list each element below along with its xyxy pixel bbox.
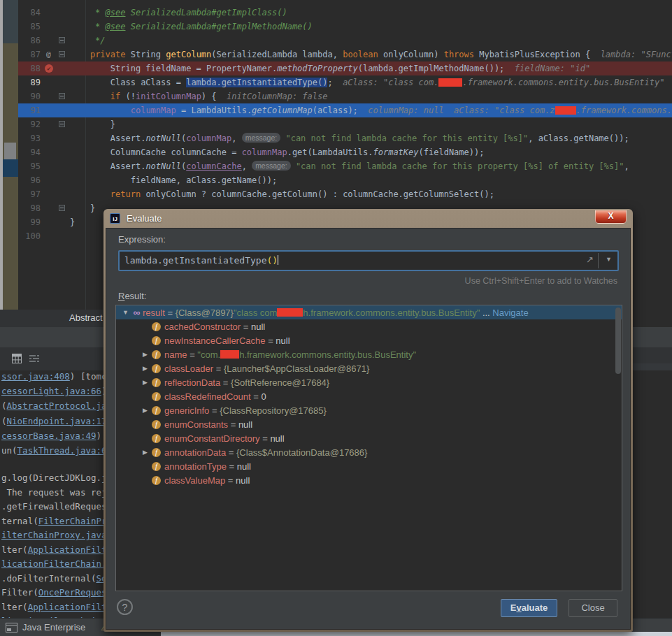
expression-input[interactable]: lambda.getInstantiatedType() ↗ ▼: [118, 250, 619, 271]
token: @see: [106, 8, 126, 17]
code-line-85[interactable]: 85 * @see SerializedLambda#getImplMethod…: [18, 20, 672, 34]
tree-expand-icon[interactable]: ▶: [140, 407, 150, 414]
tree-expand-icon[interactable]: ▶: [140, 351, 150, 358]
code-line-96[interactable]: 96 fieldName, aClass.getName());: [18, 173, 672, 187]
stacktrace-link[interactable]: OncePerRequest: [38, 587, 112, 598]
fold-icon[interactable]: [59, 93, 65, 99]
stacktrace-link[interactable]: licationFilterChain.j: [1, 558, 112, 569]
result-tree-row[interactable]: ▶fannotationData = {Class$AnnotationData…: [116, 445, 622, 459]
token: MybatisPlusException {: [474, 50, 595, 59]
token: private: [90, 50, 126, 59]
editor-scrollbar-track[interactable]: [3, 0, 18, 327]
code-line-84[interactable]: 84 * @see SerializedLambda#getImplClass(…: [18, 6, 672, 20]
result-tree-row[interactable]: ▶fclassLoader = {Launcher$AppClassLoader…: [116, 361, 622, 375]
console-text: (: [1, 416, 7, 426]
token: onlyColumn ? columnCache.getColumn() : c…: [141, 189, 494, 199]
token: @see: [106, 22, 126, 31]
code-line-90[interactable]: 90 if (!initColumnMap) { initColumnMap: …: [18, 89, 672, 103]
result-tree-row[interactable]: ▶fname = "com.h.framework.commons.entity…: [116, 347, 622, 361]
result-tree-row[interactable]: fenumConstantDirectory = null: [116, 431, 622, 445]
result-tree-row[interactable]: fcachedConstructor = null: [116, 319, 622, 333]
java-enterprise-widget[interactable]: Java Enterprise: [22, 622, 85, 633]
stacktrace-link[interactable]: NioEndpoint.java:174: [7, 416, 113, 426]
field-icon: f: [152, 322, 161, 331]
fold-icon[interactable]: [59, 37, 65, 43]
stacktrace-link[interactable]: AbstractProtocol.jav: [7, 400, 113, 411]
result-tree-row[interactable]: fclassValueMap = null: [116, 473, 622, 487]
stacktrace-link[interactable]: ilterChainProxy.java:: [1, 530, 112, 540]
evaluate-dialog: IJ Evaluate X Expression: lambda.getInst…: [103, 209, 633, 632]
console-line: lter(ApplicationFilte: [1, 543, 112, 558]
result-tree-row[interactable]: fnewInstanceCallerCache = null: [116, 333, 622, 347]
console-line: ilterChainProxy.java:: [1, 528, 112, 543]
code-line-88[interactable]: 88✔ String fieldName = PropertyNamer.met…: [18, 62, 672, 75]
field-icon: f: [152, 434, 161, 443]
history-dropdown-icon[interactable]: ▼: [606, 256, 612, 263]
token: ,: [242, 161, 252, 171]
console-line: lter(ApplicationFilte: [1, 600, 112, 615]
tree-expand-icon[interactable]: ▶: [140, 379, 150, 386]
tree-expand-icon[interactable]: ▶: [140, 449, 150, 456]
stacktrace-link[interactable]: cessorBase.java:49: [1, 431, 96, 441]
code-line-97[interactable]: 97 return onlyColumn ? columnCache.getCo…: [18, 187, 672, 201]
token: "class com: [234, 308, 277, 318]
token: ColumnCache columnCache =: [70, 147, 242, 157]
token: [70, 106, 131, 115]
result-tree-row[interactable]: fannotationType = null: [116, 459, 622, 473]
code-line-92[interactable]: 92 }: [18, 117, 672, 131]
token: getColumn: [166, 50, 211, 59]
token: columnMap: [242, 147, 287, 157]
tree-expand-icon[interactable]: ▶: [140, 365, 150, 372]
tree-expand-icon[interactable]: ▼: [120, 309, 131, 316]
tree-scrollbar-thumb[interactable]: [615, 308, 621, 374]
console-text: lter(: [1, 544, 28, 555]
result-tree-row[interactable]: fclassRedefinedCount = 0: [116, 389, 622, 403]
toolwindow-icon[interactable]: [6, 623, 17, 633]
token: "can not find lambda cache for this prop…: [296, 161, 624, 171]
intellij-logo-icon: IJ: [110, 213, 120, 224]
fold-icon[interactable]: [59, 121, 65, 127]
stacktrace-link[interactable]: ApplicationFilte: [28, 544, 112, 555]
code-line-86[interactable]: 86 */: [18, 34, 672, 48]
token: "can not find lambda cache for this enti…: [285, 133, 528, 143]
code-line-95[interactable]: 95 Assert.notNull(columnCache, message: …: [18, 159, 672, 173]
stacktrace-link[interactable]: cessorLight.java:66: [1, 386, 101, 396]
token: ,: [624, 161, 629, 171]
result-tree-row[interactable]: ▼∞result = {Class@7897} "class comh.fram…: [116, 305, 622, 319]
layout-settings-icon[interactable]: [29, 354, 40, 363]
evaluate-button[interactable]: Evaluate: [501, 599, 557, 617]
scrollbar-thumb[interactable]: [4, 143, 16, 159]
stacktrace-link[interactable]: TaskThread.java:61: [17, 445, 112, 456]
help-icon[interactable]: ?: [117, 599, 133, 615]
field-icon: f: [152, 462, 161, 471]
code-line-87[interactable]: 87@ private String getColumn(SerializedL…: [18, 48, 672, 62]
field-icon: f: [152, 392, 161, 401]
taskbar-edge: [161, 632, 672, 636]
stacktrace-link[interactable]: ApplicationFilte: [28, 602, 112, 612]
token: */: [70, 36, 106, 45]
token: "com.: [197, 349, 220, 360]
result-tree-rows: ▼∞result = {Class@7897} "class comh.fram…: [116, 305, 622, 487]
result-tree-row[interactable]: fenumConstants = null: [116, 417, 622, 431]
fold-icon[interactable]: [59, 51, 65, 57]
dialog-titlebar[interactable]: IJ Evaluate X: [106, 211, 631, 228]
result-icon: ∞: [131, 307, 143, 318]
code-line-89[interactable]: 89 Class aClass = lambda.getInstantiated…: [18, 75, 672, 89]
fold-icon[interactable]: [59, 205, 65, 211]
expand-editor-icon[interactable]: ↗: [586, 254, 594, 265]
code-line-94[interactable]: 94 ColumnCache columnCache = columnMap.g…: [18, 145, 672, 159]
variable-name: reflectionData: [164, 377, 220, 388]
console-line: The request was reje: [1, 486, 112, 500]
close-icon[interactable]: X: [595, 210, 627, 224]
breakpoint-icon[interactable]: ✔: [45, 64, 53, 73]
result-tree-row[interactable]: ▶fgenericInfo = {ClassRepository@17685}: [116, 403, 622, 417]
result-tree[interactable]: ▼∞result = {Class@7897} "class comh.fram…: [115, 305, 622, 591]
code-line-91[interactable]: 91 columnMap = LambdaUtils.getColumnMap(…: [18, 103, 672, 117]
stacktrace-link[interactable]: ssor.java:408: [1, 371, 70, 382]
calculator-grid-icon[interactable]: [12, 354, 22, 363]
console-line: cessorBase.java:49) [: [1, 428, 112, 443]
close-button[interactable]: Close: [569, 599, 617, 617]
code-line-93[interactable]: 93 Assert.notNull(columnMap, message: "c…: [18, 131, 672, 145]
result-tree-row[interactable]: ▶freflectionData = {SoftReference@17684}: [116, 375, 622, 389]
stacktrace-link[interactable]: FilterChainPro: [38, 516, 112, 526]
